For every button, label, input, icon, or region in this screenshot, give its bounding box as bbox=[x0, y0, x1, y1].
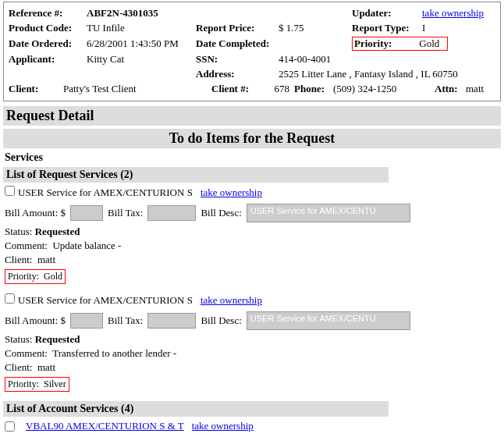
clientnum-lbl: Client #: bbox=[211, 83, 254, 95]
attn-lbl: Attn: bbox=[435, 83, 466, 95]
attn-val: matt bbox=[466, 83, 484, 95]
reference-val: ABF2N-4301035 bbox=[87, 7, 196, 20]
service-title-link[interactable]: VBAL90 AMEX/CENTURION S & T bbox=[26, 420, 184, 432]
service-checkbox-label[interactable]: USER Service for AMEX/CENTURION S bbox=[5, 186, 193, 199]
service-item: VBAL90 AMEX/CENTURION S & T take ownersh… bbox=[3, 417, 501, 437]
report-price-lbl: Report Price: bbox=[196, 22, 279, 34]
service-checkbox[interactable] bbox=[5, 186, 15, 196]
header-panel: Reference #: ABF2N-4301035 Updater: take… bbox=[3, 2, 501, 101]
report-type-lbl: Report Type: bbox=[352, 22, 422, 34]
service-checkbox-label[interactable]: USER Service for AMEX/CENTURION S bbox=[5, 293, 193, 307]
bill-desc-input[interactable]: USER Service for AMEX/CENTU bbox=[247, 204, 410, 222]
todo-heading: To do Items for the Request bbox=[3, 129, 501, 148]
bill-amount-input[interactable] bbox=[70, 313, 103, 329]
request-detail-heading: Request Detail bbox=[3, 106, 501, 126]
bill-amount-input[interactable] bbox=[70, 205, 103, 221]
take-ownership-link[interactable]: take ownership bbox=[201, 294, 262, 307]
priority-highlight: Priority: Gold bbox=[352, 37, 448, 51]
clientnum-val: 678 bbox=[254, 83, 294, 95]
service-checkbox[interactable] bbox=[5, 421, 15, 432]
reference-lbl: Reference #: bbox=[9, 7, 87, 20]
take-ownership-link[interactable]: take ownership bbox=[422, 7, 495, 20]
client-lbl: Client: bbox=[9, 83, 48, 95]
date-ordered-val: 6/28/2001 1:43:50 PM bbox=[87, 37, 196, 50]
phone-lbl: Phone: bbox=[294, 83, 333, 95]
service-item: USER Service for AMEX/CENTURION S take o… bbox=[3, 290, 501, 398]
product-lbl: Product Code: bbox=[9, 22, 87, 34]
service-item: USER Service for AMEX/CENTURION S take o… bbox=[3, 183, 501, 290]
applicant-lbl: Applicant: bbox=[9, 53, 87, 66]
date-completed-lbl: Date Completed: bbox=[196, 37, 279, 50]
take-ownership-link[interactable]: take ownership bbox=[201, 187, 262, 199]
service-checkbox[interactable] bbox=[5, 293, 15, 304]
services-heading: Services bbox=[3, 151, 501, 164]
product-val: TU Infile bbox=[87, 22, 196, 34]
report-price-val: $ 1.75 bbox=[279, 22, 352, 34]
priority-chip: Priority: Gold bbox=[5, 269, 66, 284]
ssn-lbl: SSN: bbox=[196, 53, 279, 66]
account-services-heading: List of Account Services (4) bbox=[3, 401, 389, 417]
bill-desc-input[interactable]: USER Service for AMEX/CENTU bbox=[247, 311, 410, 330]
client-val: Patty's Test Client bbox=[48, 83, 211, 95]
date-ordered-lbl: Date Ordered: bbox=[9, 37, 87, 50]
address-lbl: Address: bbox=[196, 68, 279, 80]
priority-chip: Priority: Silver bbox=[5, 377, 69, 392]
phone-val: (509) 324-1250 bbox=[333, 83, 435, 95]
report-type-val: I bbox=[422, 22, 495, 34]
applicant-val: Kitty Cat bbox=[87, 53, 196, 66]
bill-tax-input[interactable] bbox=[147, 205, 196, 221]
ssn-val: 414-00-4001 bbox=[279, 53, 495, 66]
updater-lbl: Updater: bbox=[352, 7, 422, 20]
address-val: 2525 Litter Lane , Fantasy Island , IL 6… bbox=[279, 68, 495, 80]
request-services-heading: List of Request Services (2) bbox=[3, 167, 389, 183]
bill-tax-input[interactable] bbox=[147, 313, 196, 329]
take-ownership-link[interactable]: take ownership bbox=[192, 420, 254, 432]
